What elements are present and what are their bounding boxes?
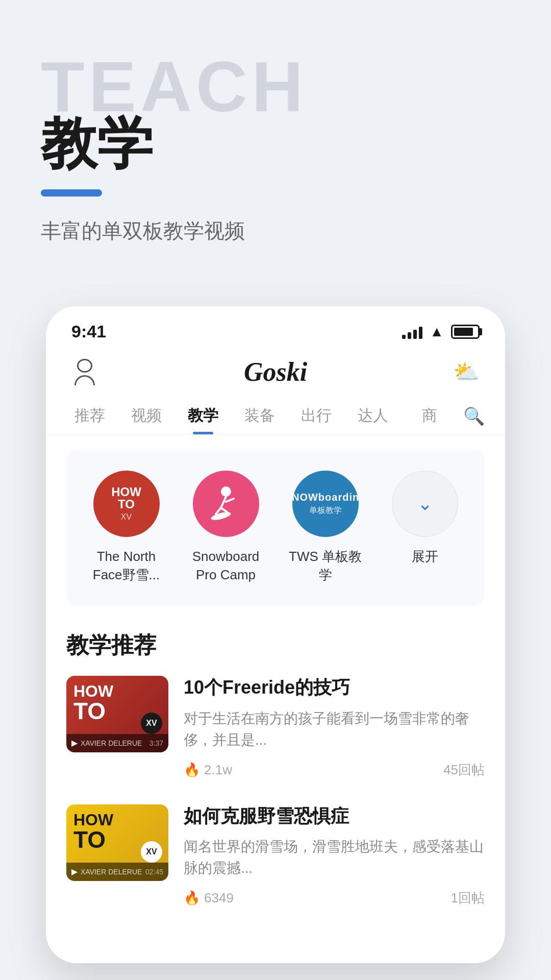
thumb-bottom-bar-2: ▶ XAVIER DELERUE 02:45	[66, 863, 168, 881]
battery-icon	[451, 325, 480, 339]
svg-line-4	[221, 508, 227, 512]
article-desc-1: 对于生活在南方的孩子能看到一场雪非常的奢侈，并且是...	[184, 708, 485, 751]
app-logo: Goski	[244, 357, 307, 387]
tws-label: TWS 单板教学	[285, 547, 366, 584]
svg-point-0	[221, 486, 231, 497]
expand-circle: ⌄	[392, 471, 458, 537]
article-thumb-2: HOW TO XV ▶ XAVIER DELERUE 02:45	[66, 804, 168, 881]
user-profile-icon[interactable]	[71, 359, 98, 385]
article-views-2: 🔥 6349	[184, 890, 234, 906]
article-title-2: 如何克服野雪恐惧症	[184, 804, 485, 828]
search-icon[interactable]: 🔍	[458, 398, 490, 434]
thumb-bottom-bar: ▶ XAVIER DELERUE 3:37	[66, 734, 168, 752]
wifi-icon: ▲	[430, 324, 444, 340]
tws-circle: SNOWboarding 单板教学	[292, 471, 359, 537]
tab-expert[interactable]: 达人	[345, 397, 402, 434]
tab-travel[interactable]: 出行	[288, 397, 345, 434]
article-comments-1: 45回帖	[443, 761, 485, 779]
article-card-2[interactable]: HOW TO XV ▶ XAVIER DELERUE 02:45 如何克服野雪恐…	[66, 804, 485, 908]
svg-line-2	[226, 499, 234, 502]
tab-recommend[interactable]: 推荐	[61, 397, 118, 434]
article-meta-2: 🔥 6349 1回帖	[184, 889, 485, 907]
phone-mockup: 9:41 ▲ Goski ⛅ 推荐 视频 教学 装备 出行 达人	[46, 306, 505, 963]
svg-point-5	[210, 510, 232, 522]
app-header: Goski ⛅	[46, 347, 505, 392]
article-views-1: 🔥 2.1w	[184, 762, 232, 778]
subtitle-text: 丰富的单双板教学视频	[41, 217, 510, 245]
status-bar: 9:41 ▲	[46, 306, 505, 347]
article-info-2: 如何克服野雪恐惧症 闻名世界的滑雪场，滑雪胜地班夫，感受落基山脉的震撼... 🔥…	[184, 804, 485, 908]
tab-teach[interactable]: 教学	[174, 397, 231, 434]
category-section: HOW TO XV The North Face野雪...	[66, 450, 485, 605]
article-card-1[interactable]: HOW TO XV ▶ XAVIER DELERUE 3:37 10个Freer…	[66, 676, 485, 779]
blue-accent-bar	[41, 189, 102, 197]
tab-gear[interactable]: 装备	[231, 397, 288, 434]
status-icons: ▲	[402, 324, 480, 340]
snowboard-circle	[193, 471, 259, 537]
section-title: 教学推荐	[66, 630, 485, 660]
snowboard-label: Snowboard Pro Camp	[185, 547, 267, 584]
expand-label: 展开	[412, 547, 438, 566]
northface-circle: HOW TO XV	[93, 471, 160, 537]
article-desc-2: 闻名世界的滑雪场，滑雪胜地班夫，感受落基山脉的震撼...	[184, 836, 485, 879]
northface-label: The North Face野雪...	[86, 547, 167, 584]
nav-tabs: 推荐 视频 教学 装备 出行 达人 商 🔍	[46, 392, 505, 435]
category-row: HOW TO XV The North Face野雪...	[77, 471, 474, 584]
fire-icon-2: 🔥	[184, 890, 200, 906]
article-info-1: 10个Freeride的技巧 对于生活在南方的孩子能看到一场雪非常的奢侈，并且是…	[184, 676, 485, 779]
category-item-snowboard[interactable]: Snowboard Pro Camp	[185, 471, 267, 584]
category-item-expand[interactable]: ⌄ 展开	[384, 471, 466, 566]
xv-badge-2: XV	[141, 841, 162, 863]
expand-chevron-icon: ⌄	[417, 493, 433, 514]
article-title-1: 10个Freeride的技巧	[184, 676, 485, 700]
xv-badge: XV	[141, 713, 162, 734]
snowboard-icon	[206, 482, 246, 523]
article-thumb-1: HOW TO XV ▶ XAVIER DELERUE 3:37	[66, 676, 168, 752]
signal-icon	[402, 325, 422, 339]
fire-icon: 🔥	[184, 762, 200, 778]
status-time: 9:41	[71, 322, 106, 341]
article-meta-1: 🔥 2.1w 45回帖	[184, 761, 485, 779]
category-item-northface[interactable]: HOW TO XV The North Face野雪...	[86, 471, 167, 584]
recommend-section: 教学推荐 HOW TO XV ▶ XAVIER DELERUE 3:37 10个…	[46, 620, 505, 943]
tab-video[interactable]: 视频	[118, 397, 174, 434]
tab-shop[interactable]: 商	[402, 397, 458, 434]
background-section: TEACH 教学 丰富的单双板教学视频	[0, 0, 551, 276]
weather-icon[interactable]: ⛅	[453, 359, 480, 384]
category-item-tws[interactable]: SNOWboarding 单板教学 TWS 单板教学	[285, 471, 366, 584]
article-comments-2: 1回帖	[451, 889, 485, 907]
